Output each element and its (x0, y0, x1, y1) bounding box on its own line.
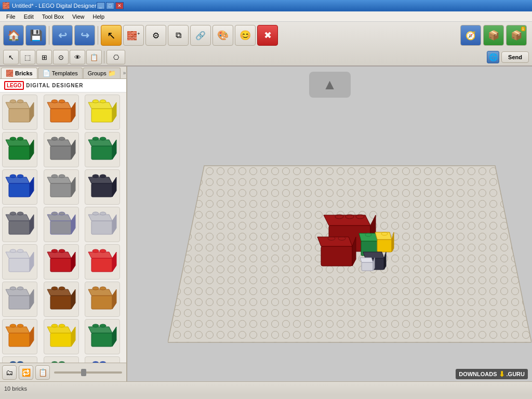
svg-marker-47 (30, 215, 34, 234)
brick-item[interactable] (44, 319, 79, 354)
brick-item[interactable] (85, 95, 120, 130)
sidebar-collapse-button[interactable]: » (121, 69, 127, 77)
menu-file[interactable]: File (2, 12, 20, 21)
svg-marker-56 (88, 215, 112, 221)
select-tool-button[interactable]: ↖ (101, 25, 122, 46)
brick-item[interactable] (85, 319, 120, 354)
brick-item[interactable] (85, 207, 120, 242)
canvas-area[interactable]: ▲ (127, 66, 532, 381)
brick-count-label: 10 bricks (4, 385, 27, 392)
view-options-button[interactable]: 📦 1 (506, 25, 527, 46)
svg-marker-157 (360, 258, 373, 262)
up-arrow-button[interactable]: ▲ (309, 72, 351, 98)
home-button[interactable]: 🏠 (3, 25, 24, 46)
zoom-slider[interactable] (54, 371, 122, 374)
brick-item[interactable] (2, 95, 37, 130)
minimize-button[interactable]: _ (97, 2, 105, 9)
brick-item[interactable] (85, 244, 120, 280)
hinge-button[interactable]: ⚙ (145, 25, 166, 46)
arrow-tool-button[interactable]: ↖ (3, 50, 19, 64)
connect-button[interactable]: ⎔ (107, 50, 125, 64)
brick-item[interactable] (44, 282, 79, 317)
svg-point-64 (17, 249, 23, 252)
brick-item[interactable] (2, 356, 37, 363)
send-button[interactable]: Send (501, 51, 529, 63)
hide-button[interactable]: 👁 (70, 50, 85, 64)
view-mode-button-2[interactable]: 🔁 (19, 365, 33, 380)
brick-item[interactable] (85, 282, 120, 317)
view-mode-button-3[interactable]: 📋 (35, 365, 50, 380)
brick-item[interactable] (44, 169, 79, 205)
svg-marker-150 (375, 232, 392, 240)
svg-point-58 (92, 212, 99, 215)
face-button[interactable]: 😊 (235, 25, 256, 46)
tab-groups[interactable]: Groups 📁 (83, 68, 121, 78)
copy-button[interactable]: 📋 (86, 50, 102, 64)
svg-marker-6 (47, 102, 71, 109)
tab-templates[interactable]: 📄 Templates (38, 68, 83, 78)
menu-toolbox[interactable]: Tool Box (38, 12, 68, 21)
svg-rect-50 (50, 221, 71, 234)
box-select-button[interactable]: ⊞ (36, 50, 52, 64)
brick-item[interactable] (2, 244, 37, 280)
view-mode-button-1[interactable]: 🗂 (2, 365, 17, 380)
brick-item[interactable] (85, 169, 120, 205)
svg-point-29 (100, 137, 106, 140)
redo-button[interactable]: ↪ (74, 25, 95, 46)
brick-item[interactable] (2, 132, 37, 167)
save-button[interactable]: 💾 (25, 25, 46, 46)
brick-item[interactable] (2, 282, 37, 317)
svg-rect-95 (50, 333, 71, 347)
undo-button[interactable]: ↩ (52, 25, 73, 46)
lasso-button[interactable]: ⊙ (53, 50, 69, 64)
brick-item[interactable] (2, 319, 37, 354)
svg-point-24 (59, 137, 65, 140)
brick-item[interactable] (85, 356, 120, 363)
bricks-tab-icon: 🧱 (6, 70, 14, 77)
select2-button[interactable]: ⬚ (20, 50, 35, 64)
svg-marker-37 (71, 177, 75, 197)
svg-point-28 (92, 137, 99, 140)
status-bar: 10 bricks (0, 381, 532, 395)
svg-marker-66 (47, 252, 71, 258)
svg-marker-57 (112, 215, 116, 234)
toolbar-row1: 🏠 💾 ↩ ↪ ↖ 🧱+ ⚙ ⧉ 🔗 (0, 22, 532, 49)
menu-view[interactable]: View (68, 12, 89, 21)
flex-button[interactable]: 🔗 (190, 25, 211, 46)
menu-help[interactable]: Help (89, 12, 109, 21)
brick-item[interactable] (44, 244, 79, 280)
maximize-button[interactable]: □ (106, 2, 114, 9)
svg-marker-86 (88, 289, 112, 296)
paint-button[interactable]: 🎨 (212, 25, 233, 46)
brick-item[interactable] (44, 95, 79, 130)
svg-rect-45 (9, 221, 30, 234)
zoom-handle[interactable] (81, 369, 86, 376)
delete-button[interactable]: ✖ (257, 25, 278, 46)
globe-icon-button[interactable]: 🌐 (487, 51, 499, 63)
navigate-button[interactable]: 🧭 (460, 25, 481, 46)
tab-bricks[interactable]: 🧱 Bricks (1, 68, 37, 78)
svg-rect-60 (9, 258, 30, 272)
view3d-button[interactable]: 📦 (483, 25, 504, 46)
svg-rect-75 (9, 296, 30, 309)
svg-marker-52 (71, 215, 75, 234)
add-brick-button[interactable]: 🧱+ (123, 25, 144, 46)
brick-item[interactable] (44, 207, 79, 242)
dark-red-brick-2 (317, 237, 356, 267)
title-icon: 🧱 (2, 2, 10, 9)
svg-rect-140 (321, 246, 352, 266)
svg-point-19 (17, 137, 23, 140)
brick-item[interactable] (85, 132, 120, 167)
brick-item[interactable] (2, 169, 37, 205)
svg-rect-10 (91, 109, 112, 122)
menu-edit[interactable]: Edit (20, 12, 38, 21)
svg-point-4 (17, 100, 23, 103)
brick-item[interactable] (44, 132, 79, 167)
clone-button[interactable]: ⧉ (168, 25, 189, 46)
brick-item[interactable] (2, 207, 37, 242)
svg-marker-7 (71, 102, 75, 122)
separator-1 (49, 26, 49, 45)
close-button[interactable]: ✕ (115, 2, 124, 9)
brick-item[interactable] (44, 356, 79, 363)
svg-point-43 (92, 175, 99, 178)
